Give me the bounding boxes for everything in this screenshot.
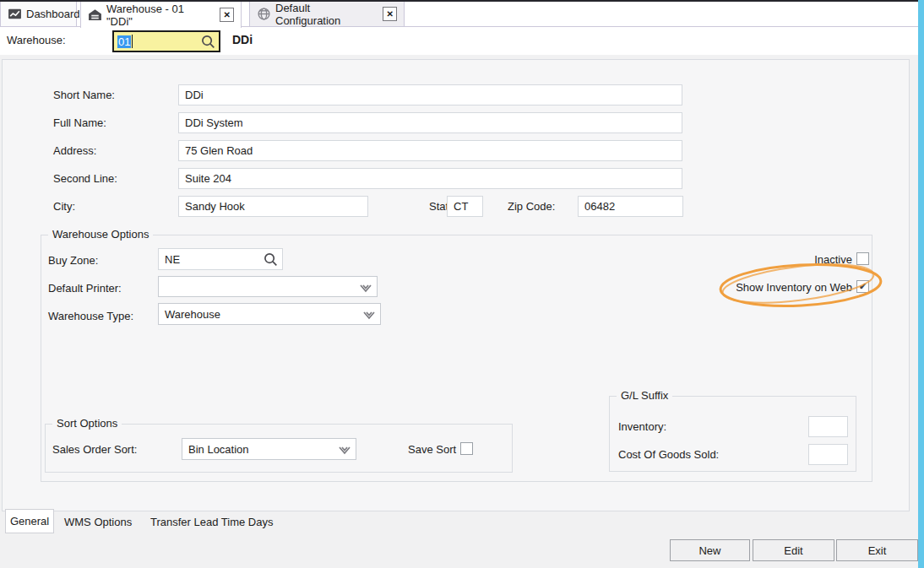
chevron-down-icon: [360, 283, 372, 291]
short-name-label: Short Name:: [53, 89, 115, 101]
warehouse-type-label: Warehouse Type:: [48, 310, 133, 322]
warehouse-name: DDi: [232, 33, 253, 46]
warehouse-label: Warehouse:: [7, 34, 66, 46]
top-tab-bar: Dashboard Warehouse - 01 "DDi" ✕ Default…: [0, 2, 918, 27]
chevron-down-icon: [363, 310, 375, 318]
default-printer-label: Default Printer:: [48, 282, 122, 295]
buy-zone-value: NE: [165, 253, 180, 266]
tab-warehouse-label: Warehouse - 01 "DDi": [106, 3, 212, 28]
new-button[interactable]: New: [670, 539, 750, 561]
gl-cogs-field[interactable]: [808, 444, 848, 465]
tab-dashboard[interactable]: Dashboard: [0, 2, 77, 27]
address-field[interactable]: [178, 140, 682, 161]
zip-code-label: Zip Code:: [508, 200, 555, 213]
tab-config-label: Default Configuration: [275, 2, 375, 27]
sort-options-legend: Sort Options: [52, 417, 122, 430]
tab-dashboard-label: Dashboard: [26, 8, 80, 20]
chevron-down-icon: [339, 445, 351, 453]
save-sort-checkbox[interactable]: [460, 442, 473, 455]
edit-button[interactable]: Edit: [753, 539, 834, 561]
right-accent-bar: [918, 0, 924, 568]
full-name-field[interactable]: [178, 112, 682, 133]
inactive-checkbox[interactable]: [856, 252, 869, 265]
gl-suffix-group: G/L Suffix Inventory: Cost Of Goods Sold…: [609, 396, 856, 472]
warehouse-options-legend: Warehouse Options: [48, 228, 153, 241]
bottom-tab-transfer-lead-time-days[interactable]: Transfer Lead Time Days: [150, 516, 273, 528]
buy-zone-label: Buy Zone:: [48, 254, 98, 267]
gl-inventory-field[interactable]: [808, 416, 848, 437]
text-caret: [132, 35, 133, 48]
tab-default-configuration[interactable]: Default Configuration ✕: [249, 2, 405, 27]
gl-inventory-label: Inventory:: [618, 420, 666, 433]
sales-order-sort-label: Sales Order Sort:: [52, 443, 137, 456]
gl-suffix-legend: G/L Suffix: [617, 389, 672, 402]
show-inventory-on-web-checkbox[interactable]: ✔: [856, 280, 869, 293]
city-label: City:: [53, 200, 75, 213]
inactive-label: Inactive: [683, 253, 852, 266]
full-name-label: Full Name:: [53, 116, 106, 129]
dashboard-icon: [8, 7, 22, 21]
second-line-field[interactable]: [178, 168, 682, 189]
city-field[interactable]: [178, 196, 368, 217]
buy-zone-field[interactable]: NE: [158, 248, 283, 270]
bottom-tab-transfer-label: Transfer Lead Time Days: [150, 516, 273, 528]
app-window: Dashboard Warehouse - 01 "DDi" ✕ Default…: [0, 0, 924, 568]
bottom-tab-general-label: General: [10, 515, 49, 527]
gl-cogs-label: Cost Of Goods Sold:: [618, 448, 719, 461]
default-printer-dropdown[interactable]: [158, 276, 378, 297]
exit-button[interactable]: Exit: [836, 539, 918, 561]
sales-order-sort-value: Bin Location: [188, 443, 249, 456]
short-name-field[interactable]: [178, 84, 682, 105]
close-icon[interactable]: ✕: [383, 7, 397, 21]
tab-warehouse[interactable]: Warehouse - 01 "DDi" ✕: [80, 2, 242, 28]
bottom-tab-wms-options-label: WMS Options: [64, 516, 132, 528]
search-icon[interactable]: [264, 252, 278, 269]
show-inventory-on-web-label: Show Inventory on Web: [683, 281, 852, 294]
sales-order-sort-dropdown[interactable]: Bin Location: [182, 438, 356, 460]
second-line-label: Second Line:: [53, 172, 117, 185]
address-label: Address:: [53, 144, 96, 157]
warehouse-type-dropdown[interactable]: Warehouse: [158, 303, 381, 325]
sort-options-group: Sort Options Sales Order Sort: Bin Locat…: [45, 424, 513, 473]
main-panel: Short Name: Full Name: Address: Second L…: [2, 59, 910, 511]
bottom-tab-wms-options[interactable]: WMS Options: [64, 516, 132, 528]
save-sort-label: Save Sort: [408, 443, 456, 456]
search-icon[interactable]: [201, 35, 215, 49]
warehouse-icon: [88, 8, 102, 22]
close-icon[interactable]: ✕: [220, 8, 234, 22]
state-field[interactable]: [447, 196, 483, 217]
bottom-tab-general[interactable]: General: [5, 509, 54, 533]
settings-icon: [257, 7, 271, 21]
warehouse-code-input[interactable]: 01: [112, 30, 220, 52]
warehouse-type-value: Warehouse: [165, 308, 220, 321]
warehouse-code-value: 01: [117, 35, 131, 48]
zip-code-field[interactable]: [578, 196, 683, 217]
